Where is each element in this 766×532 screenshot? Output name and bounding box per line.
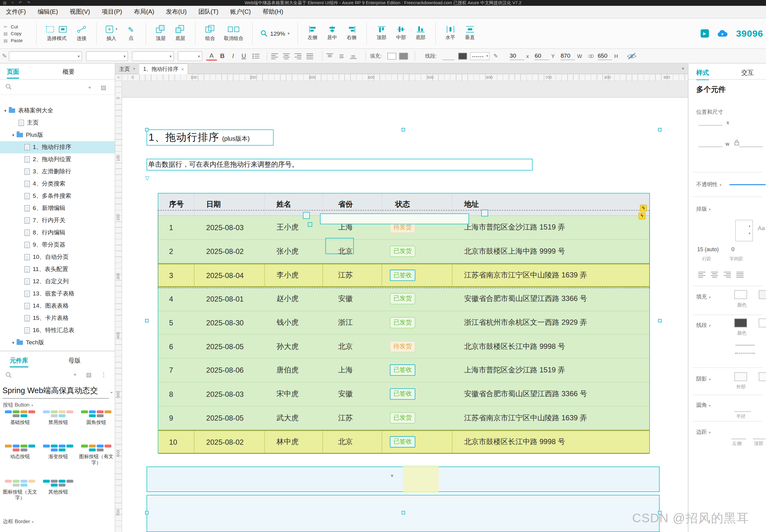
tree-page-card-table[interactable]: 15、卡片表格	[0, 312, 115, 324]
bring-to-front-button[interactable]: 顶层	[151, 25, 170, 42]
hide-widget-icon[interactable]	[627, 52, 637, 59]
margin-left-field[interactable]	[732, 432, 746, 439]
pagination-caret-icon[interactable]: ▼	[390, 473, 394, 478]
doc-tab-home[interactable]: 主页×	[115, 63, 140, 74]
selection-widget-small[interactable]	[303, 212, 310, 219]
text-valign-top-button[interactable]	[326, 53, 333, 59]
library-select[interactable]: Spring Web端高保真动态交	[2, 386, 109, 399]
tab-masters[interactable]: 母版	[68, 356, 81, 365]
library-search-icon[interactable]	[5, 372, 12, 378]
lock-ratio-icon[interactable]	[734, 140, 739, 146]
link-dimensions-icon[interactable]	[588, 53, 595, 59]
align-middle-button[interactable]: 中部	[391, 26, 411, 41]
font-size-spinner[interactable]: ▲ ▼	[735, 220, 753, 241]
tree-folder-tech[interactable]: ▼Tech版	[0, 337, 115, 349]
opacity-slider[interactable]	[729, 184, 765, 185]
width-field[interactable]: 870	[561, 52, 575, 60]
text-align-center-button[interactable]	[283, 53, 290, 59]
y-position-field[interactable]: 60	[535, 52, 549, 60]
collapse-icon[interactable]: ▼	[3, 109, 8, 112]
style-edit-icon[interactable]: ✎	[2, 52, 7, 59]
interaction-lightning-icon[interactable]: ϟ	[640, 205, 647, 212]
library-duplicate-icon[interactable]: ▤	[86, 371, 92, 378]
widget-style-select[interactable]: ▾	[9, 51, 82, 61]
library-item-icon-only-button[interactable]: 图标按钮（无文字）	[1, 480, 39, 501]
align-bottom-button[interactable]: 底部	[411, 26, 430, 41]
align-right-button[interactable]: 右侧	[342, 26, 361, 41]
shadow-inner-swatch[interactable]	[759, 372, 766, 381]
style-align-left-button[interactable]	[698, 272, 706, 277]
tree-page-custom-column[interactable]: 12、自定义列	[0, 276, 115, 288]
distribute-horizontal-button[interactable]: 水平	[441, 26, 460, 41]
connect-button[interactable]: 连接	[72, 25, 91, 42]
tab-pages[interactable]: 页面	[7, 68, 19, 78]
text-valign-bottom-button[interactable]	[350, 53, 357, 59]
table-row[interactable]: 82025-08-03宋中虎安徽已签收安徽省合肥市蜀山区望江西路 3366 号	[158, 382, 649, 406]
ungroup-button[interactable]: 取消组合	[220, 25, 247, 42]
menu-project[interactable]: 项目(P)	[102, 8, 122, 16]
fill-color-swatch[interactable]	[734, 290, 747, 299]
tab-interaction[interactable]: 交互	[741, 68, 754, 77]
style-align-justify-button[interactable]	[736, 272, 744, 277]
shadow-outer-swatch[interactable]	[734, 372, 747, 381]
height-field[interactable]: 650	[598, 52, 612, 60]
style-w-field[interactable]	[698, 140, 723, 147]
text-valign-middle-button[interactable]	[338, 53, 345, 59]
font-color-button[interactable]: A	[206, 52, 217, 60]
table-row[interactable]: 22025-08-02张小虎北京已发货北京市鼓楼区上海中路 9999 号	[158, 240, 649, 263]
tree-page-inline-switch[interactable]: 7、行内开关	[0, 215, 115, 227]
library-more-icon[interactable]: ⋮	[101, 371, 107, 378]
library-item-disabled-button[interactable]: 禁用按钮	[39, 411, 77, 426]
table-row[interactable]: 92025-08-05武大虎江苏已发货江苏省南京市江宁区中山陵路 1639 弄	[158, 406, 649, 430]
table-row[interactable]: 62025-08-05孙大虎北京待发货北京市鼓楼区长江中路 9998 号	[158, 335, 649, 359]
selection-handle[interactable]	[145, 128, 148, 131]
undo-icon[interactable]: ↶	[19, 1, 22, 5]
section-line[interactable]: 线段▾	[696, 321, 710, 329]
align-top-button[interactable]: 顶部	[372, 26, 391, 41]
fill-pattern-swatch[interactable]	[399, 52, 408, 59]
library-section-buttons[interactable]: 按钮 Button▾	[3, 402, 33, 408]
tab-style[interactable]: 样式	[696, 68, 709, 80]
fill-color-swatch[interactable]	[387, 52, 396, 59]
table-row-highlighted[interactable]: 32025-08-04李小虎江苏已签收江苏省南京市江宁区中山陵路 1639 弄	[158, 263, 649, 287]
menu-edit[interactable]: 编辑(E)	[38, 8, 58, 16]
doc-tab-current[interactable]: 1、拖动行排序×	[139, 63, 188, 74]
copy-button[interactable]: ▤Copy	[3, 31, 31, 36]
underline-button[interactable]: U	[238, 52, 249, 60]
collapse-icon[interactable]: ▼	[11, 341, 16, 344]
add-folder-icon[interactable]: ▤	[101, 84, 106, 91]
radius-field[interactable]	[734, 404, 751, 412]
char-spacing-value[interactable]: 0	[732, 246, 735, 252]
spinner-up-icon[interactable]: ▲	[748, 224, 751, 227]
section-opacity[interactable]: 不透明性▾	[696, 181, 721, 188]
line-dash-sample[interactable]	[735, 353, 755, 354]
tree-page-pagination[interactable]: 9、带分页器	[0, 239, 115, 251]
tree-page-chart-table[interactable]: 14、图表表格	[0, 300, 115, 312]
line-arrow-icon[interactable]: ✎	[493, 53, 498, 59]
interaction-lightning-icon[interactable]: ϟ	[639, 212, 645, 219]
library-section-border[interactable]: 边框 Border▾	[3, 518, 34, 525]
search-icon[interactable]	[5, 84, 12, 90]
group-button[interactable]: 组合	[200, 25, 220, 42]
tree-page-auto-paging[interactable]: 10、自动分页	[0, 251, 115, 263]
library-item-gradient-button[interactable]: 渐变按钮	[39, 445, 77, 460]
share-cloud-icon[interactable]	[717, 30, 728, 38]
redo-icon[interactable]: ↷	[27, 1, 30, 5]
library-item-rounded-button[interactable]: 圆角按钮	[77, 411, 115, 426]
tree-page-drag-row-sort[interactable]: 1、拖动行排序	[0, 141, 115, 154]
section-typography[interactable]: 排版▾	[696, 205, 710, 212]
tree-folder-root[interactable]: ▼表格案例大全	[0, 105, 115, 117]
paste-button[interactable]: ▤Paste	[3, 38, 31, 43]
tree-page-multi-search[interactable]: 5、多条件搜索	[0, 190, 115, 202]
line-color-swatch[interactable]	[458, 52, 467, 59]
selection-widget-tiny[interactable]	[308, 222, 312, 226]
table-row[interactable]: 42025-08-01赵小虎安徽已发货安徽省合肥市蜀山区望江西路 3366 号	[158, 287, 649, 311]
selection-handle[interactable]	[145, 511, 148, 514]
selection-handle[interactable]	[658, 128, 662, 131]
align-center-button[interactable]: 居中	[322, 26, 342, 41]
font-size-select[interactable]: ▾	[178, 51, 202, 61]
x-position-field[interactable]: 30	[510, 52, 524, 60]
menu-team[interactable]: 团队(T)	[198, 8, 219, 16]
style-align-right-button[interactable]	[724, 272, 731, 277]
tab-widget-library[interactable]: 元件库	[10, 356, 28, 367]
